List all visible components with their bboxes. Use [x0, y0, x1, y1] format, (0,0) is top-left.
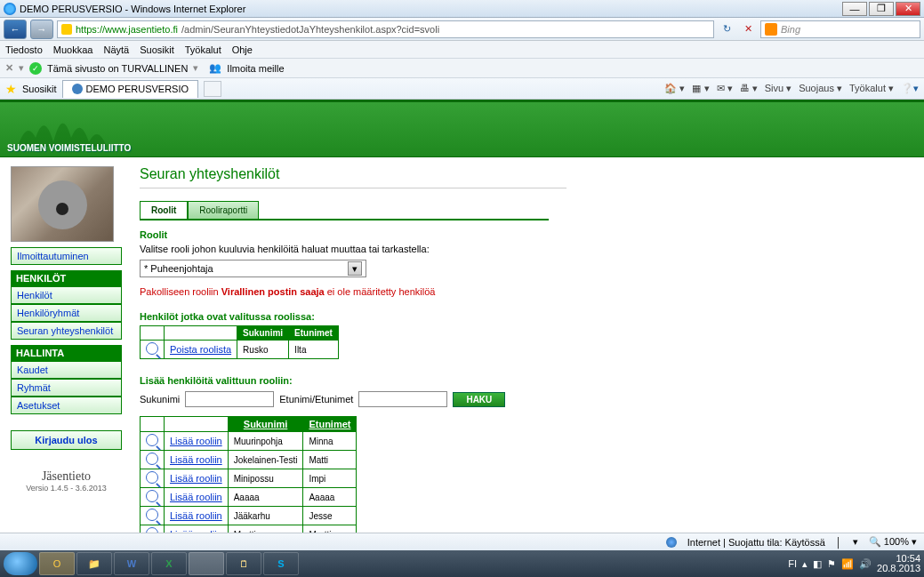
roolit-heading: Roolit — [140, 229, 566, 240]
forward-button[interactable]: → — [30, 20, 53, 39]
tray-up-icon[interactable]: ▴ — [802, 558, 807, 570]
org-name: SUOMEN VOIMISTELULIITTO — [7, 143, 131, 153]
input-etunimi[interactable] — [358, 391, 447, 407]
view-icon[interactable] — [146, 509, 158, 521]
table-row: Lisää rooliinJokelainen-TestiMatti — [141, 451, 357, 469]
inrole-table: Sukunimi Etunimet Poista roolistaRuskoIl… — [140, 325, 339, 359]
sidebar-head-henkilot: HENKILÖT — [11, 270, 122, 286]
sidebar-item-henkilot[interactable]: Henkilöt — [11, 286, 122, 304]
tray-power-icon[interactable]: ◧ — [813, 558, 822, 570]
menu-help[interactable]: Ohje — [232, 44, 253, 55]
tools-menu[interactable]: Työkalut ▾ — [849, 83, 894, 94]
input-sukunimi[interactable] — [185, 391, 274, 407]
protection-menu[interactable]: Suojaus ▾ — [799, 83, 842, 94]
sidebar-item-kaudet[interactable]: Kaudet — [11, 361, 122, 379]
window-title: DEMO PERUSVERSIO - Windows Internet Expl… — [20, 4, 245, 14]
sidebar-item-seuran-yhteyshenkilot[interactable]: Seuran yhteyshenkilöt — [11, 322, 122, 340]
remove-from-role-link[interactable]: Poista roolista — [170, 344, 231, 355]
tray-flag-icon[interactable]: ⚑ — [827, 558, 836, 570]
search-button[interactable]: HAKU — [453, 392, 505, 407]
sidebar-item-ilmoittautuminen[interactable]: Ilmoittautuminen — [11, 247, 122, 265]
role-select[interactable]: * Puheenjohtaja ▾ — [140, 260, 366, 277]
brand-name: Jäsentieto — [11, 469, 122, 484]
url-path: /admin/SeuranYhteystiedotJaYhteyshenkilo… — [181, 24, 439, 35]
stop-button[interactable]: ✕ — [739, 20, 757, 38]
task-ie[interactable] — [189, 552, 224, 575]
browser-tab[interactable]: DEMO PERUSVERSIO — [62, 80, 199, 98]
search-row: Sukunimi Etunimi/Etunimet HAKU — [140, 391, 566, 407]
table-row: Lisää rooliinMinipossuImpi — [141, 469, 357, 488]
label-etunimi: Etunimi/Etunimet — [279, 394, 353, 405]
home-icon[interactable]: 🏠 ▾ — [664, 83, 685, 94]
warning-text: Pakolliseen rooliin Virallinen postin sa… — [140, 286, 566, 297]
help-icon[interactable]: ❔▾ — [901, 83, 919, 94]
col-sukunimi: Sukunimi — [237, 326, 289, 341]
protected-mode-dropdown[interactable]: ▾ — [853, 536, 858, 548]
sidebar: Ilmoittautuminen HENKILÖT Henkilöt Henki… — [11, 166, 122, 550]
task-word[interactable]: W — [114, 552, 149, 575]
sidebar-item-henkiloryhmat[interactable]: Henkilöryhmät — [11, 304, 122, 322]
sidebar-item-asetukset[interactable]: Asetukset — [11, 397, 122, 414]
menu-view[interactable]: Näytä — [103, 44, 129, 55]
view-icon[interactable] — [146, 342, 158, 355]
close-button[interactable]: ✕ — [896, 2, 920, 16]
footer-logo: Jäsentieto Versio 1.4.5 - 3.6.2013 — [11, 469, 122, 493]
new-tab-button[interactable] — [204, 81, 221, 97]
task-notes[interactable]: 🗒 — [226, 552, 261, 575]
add-to-role-link[interactable]: Lisää rooliin — [170, 492, 222, 502]
table-row: Poista roolistaRuskoIlta — [141, 341, 339, 359]
zoom-label[interactable]: 🔍 100% ▾ — [869, 536, 917, 548]
cell-sukunimi: Jääkarhu — [228, 507, 303, 525]
refresh-button[interactable]: ↻ — [718, 20, 735, 38]
print-icon[interactable]: 🖶 ▾ — [740, 83, 758, 94]
menu-file[interactable]: Tiedosto — [5, 44, 43, 55]
status-sep: │ — [836, 537, 842, 548]
task-excel[interactable]: X — [151, 552, 187, 575]
back-button[interactable]: ← — [4, 20, 27, 39]
view-icon[interactable] — [146, 471, 158, 484]
menu-favorites[interactable]: Suosikit — [140, 44, 174, 55]
logout-button[interactable]: Kirjaudu ulos — [11, 430, 122, 450]
start-button[interactable] — [4, 552, 37, 575]
label-sukunimi: Sukunimi — [140, 394, 180, 405]
menu-edit[interactable]: Muokkaa — [53, 44, 93, 55]
sidebar-item-ryhmat[interactable]: Ryhmät — [11, 379, 122, 397]
report-link[interactable]: Ilmoita meille — [227, 63, 284, 74]
favorites-star-icon[interactable]: ★ — [5, 82, 17, 96]
mail-icon[interactable]: ✉ ▾ — [717, 83, 733, 94]
view-icon[interactable] — [146, 434, 158, 446]
tab-favicon — [72, 84, 83, 94]
col-etunimet-sort[interactable]: Etunimet — [309, 419, 350, 429]
tray-volume-icon[interactable]: 🔊 — [859, 558, 872, 570]
search-placeholder: Bing — [781, 24, 800, 35]
favorites-label[interactable]: Suosikit — [22, 84, 57, 94]
tab-title: DEMO PERUSVERSIO — [86, 84, 189, 94]
safety-close-icon[interactable]: ✕ — [5, 62, 13, 74]
view-icon[interactable] — [146, 490, 158, 502]
add-to-role-link[interactable]: Lisää rooliin — [170, 436, 222, 446]
status-bar: Internet | Suojattu tila: Käytössä │ ▾ 🔍… — [0, 533, 924, 550]
task-explorer[interactable]: 📁 — [76, 552, 112, 575]
tray-network-icon[interactable]: 📶 — [841, 558, 854, 570]
tab-roolit[interactable]: Roolit — [140, 201, 188, 219]
tray-clock[interactable]: 10:54 20.8.2013 — [877, 554, 920, 573]
task-skype[interactable]: S — [263, 552, 299, 575]
add-to-role-link[interactable]: Lisää rooliin — [170, 454, 222, 465]
add-heading: Lisää henkilöitä valittuun rooliin: — [140, 375, 566, 386]
maximize-button[interactable]: ❐ — [869, 2, 894, 16]
content-tabs: Roolit Rooliraportti — [140, 201, 549, 220]
menu-tools[interactable]: Työkalut — [185, 44, 221, 55]
col-sukunimi-sort[interactable]: Sukunimi — [244, 419, 288, 429]
address-bar[interactable]: https://www.jasentieto.fi/admin/SeuranYh… — [57, 20, 714, 38]
view-icon[interactable] — [146, 453, 158, 465]
add-to-role-link[interactable]: Lisää rooliin — [170, 473, 222, 484]
site-header: SUOMEN VOIMISTELULIITTO — [0, 100, 924, 157]
add-to-role-link[interactable]: Lisää rooliin — [170, 510, 222, 521]
minimize-button[interactable]: — — [842, 2, 867, 16]
tray-lang[interactable]: FI — [788, 558, 797, 569]
feed-icon[interactable]: ▦ ▾ — [692, 83, 709, 94]
task-outlook[interactable]: O — [39, 552, 75, 575]
page-menu[interactable]: Sivu ▾ — [765, 83, 791, 94]
tab-rooliraportti[interactable]: Rooliraportti — [188, 201, 259, 219]
search-box[interactable]: Bing — [760, 20, 920, 38]
